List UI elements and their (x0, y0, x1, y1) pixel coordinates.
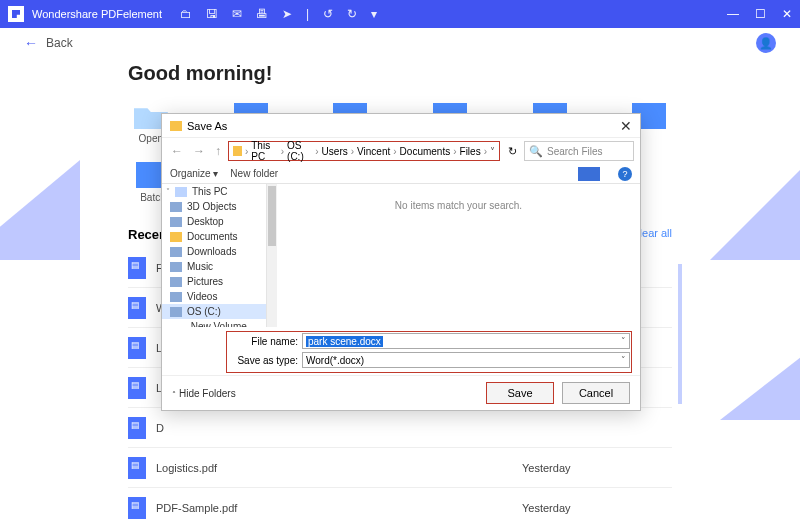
tree-label: 3D Objects (187, 201, 236, 212)
tree-label: Downloads (187, 246, 236, 257)
crumb-segment[interactable]: This PC (251, 140, 277, 162)
user-avatar[interactable]: 👤 (756, 33, 776, 53)
tree-item[interactable]: Documents (162, 229, 266, 244)
tree-item[interactable]: OS (C:) (162, 304, 266, 319)
nav-back-icon[interactable]: ← (168, 144, 186, 158)
tree-item[interactable]: 3D Objects (162, 199, 266, 214)
folder-tree[interactable]: ˅This PC3D ObjectsDesktopDocumentsDownlo… (162, 184, 267, 327)
chevron-right-icon: › (393, 146, 396, 157)
folder-icon (170, 307, 182, 317)
menu-icon[interactable]: ▾ (371, 7, 377, 21)
chevron-down-icon[interactable]: ˅ (490, 146, 495, 157)
file-time: Yesterday (522, 502, 672, 514)
chevron-down-icon[interactable]: ˅ (621, 336, 626, 346)
save-button[interactable]: Save (486, 382, 554, 404)
close-icon[interactable]: ✕ (782, 7, 792, 21)
chevron-down-icon[interactable]: ˅ (621, 355, 626, 365)
search-placeholder: Search Files (547, 146, 603, 157)
file-pane: No items match your search. (277, 184, 640, 327)
document-icon (128, 377, 146, 399)
crumb-segment[interactable]: OS (C:) (287, 140, 312, 162)
folder-icon (170, 247, 182, 257)
tree-label: OS (C:) (187, 306, 221, 317)
cancel-button[interactable]: Cancel (562, 382, 630, 404)
chevron-right-icon: › (484, 146, 487, 157)
document-icon (128, 497, 146, 519)
search-icon: 🔍 (529, 145, 543, 158)
nav-fwd-icon[interactable]: → (190, 144, 208, 158)
file-name: Logistics.pdf (156, 462, 522, 474)
folder-icon (170, 262, 182, 272)
dialog-title: Save As (187, 120, 227, 132)
save-as-dialog: Save As ✕ ← → ↑ › This PC›OS (C:)›Users›… (161, 113, 641, 411)
maximize-icon[interactable]: ☐ (755, 7, 766, 21)
tree-item[interactable]: Downloads (162, 244, 266, 259)
app-title: Wondershare PDFelement (32, 8, 162, 20)
breadcrumb[interactable]: › This PC›OS (C:)›Users›Vincent›Document… (228, 141, 500, 161)
share-icon[interactable]: ➤ (282, 7, 292, 21)
chevron-right-icon: › (351, 146, 354, 157)
folder-icon (170, 277, 182, 287)
dialog-close-icon[interactable]: ✕ (620, 118, 632, 134)
tree-item[interactable]: Pictures (162, 274, 266, 289)
back-arrow-icon[interactable]: ← (24, 35, 38, 51)
tree-label: Desktop (187, 216, 224, 227)
refresh-icon[interactable]: ↻ (504, 145, 520, 158)
undo-icon[interactable]: ↺ (323, 7, 333, 21)
tree-item[interactable]: Videos (162, 289, 266, 304)
organize-button[interactable]: Organize ▾ (170, 168, 218, 179)
hide-folders-button[interactable]: ˄Hide Folders (172, 388, 236, 399)
type-label: Save as type: (228, 355, 298, 366)
app-logo (8, 6, 24, 22)
view-mode-button[interactable] (578, 167, 600, 181)
chevron-right-icon: › (453, 146, 456, 157)
folder-icon (170, 202, 182, 212)
folder-icon (175, 187, 187, 197)
recent-row[interactable]: D (128, 408, 672, 448)
chevron-right-icon: › (281, 146, 284, 157)
folder-icon (170, 121, 182, 131)
file-name: D (156, 422, 522, 434)
crumb-segment[interactable]: Documents (400, 146, 451, 157)
tree-label: Music (187, 261, 213, 272)
minimize-icon[interactable]: — (727, 7, 739, 21)
redo-icon[interactable]: ↻ (347, 7, 357, 21)
back-label[interactable]: Back (46, 36, 73, 50)
filename-input[interactable]: park scene.docx ˅ (302, 333, 630, 349)
search-input[interactable]: 🔍 Search Files (524, 141, 634, 161)
tree-item[interactable]: ˅New Volume (D:) (162, 319, 266, 327)
crumb-segment[interactable]: Users (322, 146, 348, 157)
crumb-segment[interactable]: Files (460, 146, 481, 157)
save-icon[interactable]: 🖫 (206, 7, 218, 21)
new-folder-button[interactable]: New folder (230, 168, 278, 179)
recent-row[interactable]: PDF-Sample.pdfYesterday (128, 488, 672, 521)
scrollbar[interactable] (678, 264, 682, 404)
document-icon (128, 417, 146, 439)
tile-label: Open (139, 133, 163, 144)
file-name: PDF-Sample.pdf (156, 502, 522, 514)
document-icon (128, 257, 146, 279)
expand-icon[interactable]: ˅ (166, 187, 170, 196)
tree-item[interactable]: ˅This PC (162, 184, 266, 199)
nav-up-icon[interactable]: ↑ (212, 144, 224, 158)
mail-icon[interactable]: ✉ (232, 7, 242, 21)
page-title: Good morning! (128, 62, 672, 85)
document-icon (128, 337, 146, 359)
tree-item[interactable]: Music (162, 259, 266, 274)
crumb-segment[interactable]: Vincent (357, 146, 390, 157)
help-icon[interactable]: ? (618, 167, 632, 181)
folder-icon (170, 232, 182, 242)
filename-label: File name: (228, 336, 298, 347)
open-icon[interactable]: 🗀 (180, 7, 192, 21)
tree-label: Pictures (187, 276, 223, 287)
print-icon[interactable]: 🖶 (256, 7, 268, 21)
file-time: Yesterday (522, 462, 672, 474)
folder-icon (170, 292, 182, 302)
divider: | (306, 7, 309, 21)
title-toolbar: 🗀 🖫 ✉ 🖶 ➤ | ↺ ↻ ▾ (180, 7, 377, 21)
tree-item[interactable]: Desktop (162, 214, 266, 229)
recent-row[interactable]: Logistics.pdfYesterday (128, 448, 672, 488)
chevron-right-icon: › (315, 146, 318, 157)
save-type-select[interactable]: Word(*.docx) ˅ (302, 352, 630, 368)
tree-scrollbar[interactable] (267, 184, 277, 327)
